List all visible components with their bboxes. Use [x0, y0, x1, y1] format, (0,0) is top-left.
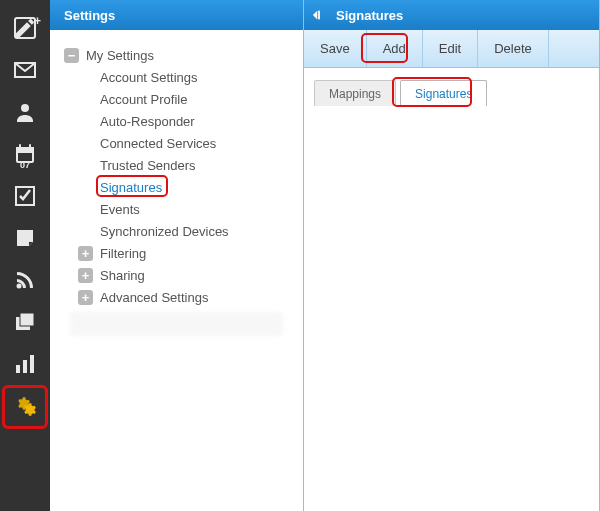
tree-item-account-profile[interactable]: Account Profile	[78, 88, 295, 110]
nav-compose[interactable]: +	[5, 8, 45, 48]
content-header: Signatures	[304, 0, 599, 30]
tree-label: My Settings	[86, 48, 154, 63]
svg-rect-4	[19, 144, 21, 149]
tree-item-account-settings[interactable]: Account Settings	[78, 66, 295, 88]
tree-root-my-settings[interactable]: − My Settings	[64, 44, 295, 66]
edit-button[interactable]: Edit	[423, 30, 478, 67]
tree-item-filtering[interactable]: + Filtering	[78, 242, 295, 264]
collapse-icon[interactable]: −	[64, 48, 79, 63]
svg-point-1	[21, 104, 29, 112]
tabs: Mappings Signatures	[304, 68, 599, 106]
settings-title: Settings	[64, 8, 115, 23]
check-icon	[13, 184, 37, 208]
expand-icon[interactable]: +	[78, 246, 93, 261]
tree-item-signatures[interactable]: Signatures	[78, 176, 295, 198]
note-icon	[13, 226, 37, 250]
calendar-day: 07	[5, 160, 45, 170]
toolbar: Save Add Edit Delete	[304, 30, 599, 68]
svg-rect-11	[16, 365, 20, 373]
tree-item-advanced-settings[interactable]: + Advanced Settings	[78, 286, 295, 308]
tree-item-connected-services[interactable]: Connected Services	[78, 132, 295, 154]
expand-icon[interactable]: +	[78, 290, 93, 305]
rss-icon	[13, 268, 37, 292]
tree-item-trusted-senders[interactable]: Trusted Senders	[78, 154, 295, 176]
gear-icon	[13, 394, 37, 418]
nav-rss[interactable]	[5, 260, 45, 300]
nav-settings[interactable]	[5, 386, 45, 426]
person-icon	[13, 100, 37, 124]
plus-icon: +	[34, 14, 41, 28]
redacted-area	[70, 312, 283, 336]
settings-panel: Settings − My Settings Account Settings …	[50, 0, 304, 511]
tab-mappings[interactable]: Mappings	[314, 80, 396, 106]
nav-mail[interactable]	[5, 50, 45, 90]
files-icon	[13, 310, 37, 334]
tree-item-sharing[interactable]: + Sharing	[78, 264, 295, 286]
settings-header: Settings	[50, 0, 303, 30]
tree-item-events[interactable]: Events	[78, 198, 295, 220]
svg-rect-3	[16, 147, 34, 152]
bar-chart-icon	[13, 352, 37, 376]
add-button[interactable]: Add	[367, 30, 423, 67]
nav-calendar[interactable]: 07	[5, 134, 45, 174]
nav-notes[interactable]	[5, 218, 45, 258]
collapse-panel-icon[interactable]	[310, 6, 328, 24]
content-panel: Signatures Save Add Edit Delete Mappings…	[304, 0, 600, 511]
nav-files[interactable]	[5, 302, 45, 342]
svg-rect-5	[29, 144, 31, 149]
nav-rail: + 07	[0, 0, 50, 511]
tree-item-synchronized-devices[interactable]: Synchronized Devices	[78, 220, 295, 242]
svg-rect-10	[20, 313, 34, 326]
mail-icon	[13, 58, 37, 82]
tab-signatures[interactable]: Signatures	[400, 80, 487, 106]
settings-tree: − My Settings Account Settings Account P…	[50, 30, 303, 344]
nav-contacts[interactable]	[5, 92, 45, 132]
nav-tasks[interactable]	[5, 176, 45, 216]
expand-icon[interactable]: +	[78, 268, 93, 283]
svg-rect-14	[318, 11, 320, 20]
svg-rect-13	[30, 355, 34, 373]
delete-button[interactable]: Delete	[478, 30, 549, 67]
content-title: Signatures	[336, 8, 403, 23]
save-button[interactable]: Save	[304, 30, 367, 67]
tree-item-auto-responder[interactable]: Auto-Responder	[78, 110, 295, 132]
nav-reports[interactable]	[5, 344, 45, 384]
svg-rect-12	[23, 360, 27, 373]
svg-point-8	[17, 284, 22, 289]
